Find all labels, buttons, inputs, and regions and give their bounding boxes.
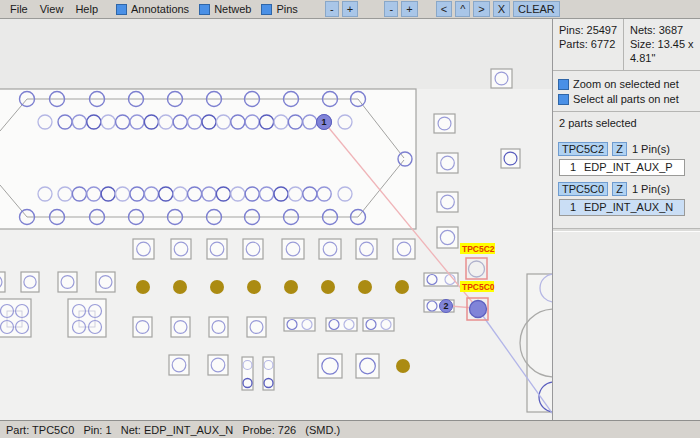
step-in-button[interactable]: + [401,1,417,17]
part-label-TPC5C0: TPC5C0 [460,281,495,292]
side-panel: Pins: 25497 Parts: 6772 Nets: 3687 Size:… [553,19,700,420]
main-area: 12TPC5C2TPC5C0 Pins: 25497 Parts: 6772 N… [0,19,700,420]
toggle-netweb[interactable]: Netweb [199,3,251,15]
menubar: File View Help Annotations Netweb Pins -… [0,0,700,19]
select-all-parts-option[interactable]: Select all parts on net [558,93,696,105]
netweb-checkbox-icon[interactable] [199,4,210,15]
annotations-checkbox-icon[interactable] [116,4,127,15]
part-zoom-button[interactable]: Z [612,142,627,156]
close-x-button[interactable]: X [493,1,510,17]
svg-text:TPC5C2: TPC5C2 [462,244,495,254]
stat-parts: Parts: 6772 [559,37,618,51]
pan-left-button[interactable]: < [436,1,452,17]
board-svg: 12TPC5C2TPC5C0 [0,19,553,420]
pin-listbox: 1 EDP_INT_AUX_N [559,199,685,216]
part-group-tpc5c2: TPC5C2 Z 1 Pin(s) 1 EDP_INT_AUX_P [558,142,695,176]
pin-list-item-selected[interactable]: 1 EDP_INT_AUX_N [560,200,684,215]
toggle-pins-label: Pins [276,3,297,15]
menu-help[interactable]: Help [69,2,104,16]
status-bar: Part: TPC5C0 Pin: 1 Net: EDP_INT_AUX_N P… [0,420,700,438]
part-name-button[interactable]: TPC5C2 [558,142,608,156]
toggle-pins[interactable]: Pins [261,3,297,15]
part-pin-count: 1 Pin(s) [632,183,670,195]
selection-summary: 2 parts selected [553,112,700,136]
svg-text:2: 2 [443,301,448,311]
pin-list-item[interactable]: 1 EDP_INT_AUX_P [560,160,684,175]
clear-button[interactable]: CLEAR [513,1,560,17]
board-canvas[interactable]: 12TPC5C2TPC5C0 [0,19,553,420]
stat-pins: Pins: 25497 [559,23,618,37]
select-all-parts-label: Select all parts on net [573,93,679,105]
net-options: Zoom on selected net Select all parts on… [553,71,700,112]
board-top-strip [0,19,553,89]
big-connector-part[interactable] [0,89,416,229]
panel-divider [553,228,700,232]
zoom-in-button[interactable]: + [342,1,358,17]
part-zoom-button[interactable]: Z [612,182,627,196]
toggle-annotations-label: Annotations [131,3,189,15]
pan-up-button[interactable]: ^ [455,1,470,17]
pin-badge-2[interactable]: 2 [440,300,453,313]
menu-file[interactable]: File [4,2,34,16]
stat-nets: Nets: 3687 [630,23,695,37]
two-pin-parts[interactable] [242,273,458,390]
pin-net-name: EDP_INT_AUX_N [584,201,673,213]
status-text: Part: TPC5C0 Pin: 1 Net: EDP_INT_AUX_N P… [6,424,340,436]
board-stats: Pins: 25497 Parts: 6772 Nets: 3687 Size:… [553,19,700,71]
toggle-annotations[interactable]: Annotations [116,3,189,15]
quad-pin-parts[interactable] [0,299,106,337]
pin-number: 1 [564,201,576,213]
pin-listbox: 1 EDP_INT_AUX_P [559,159,685,176]
menu-view[interactable]: View [34,2,70,16]
part-name-button[interactable]: TPC5C0 [558,182,608,196]
toolbar-buttons: - + - + < ^ > X CLEAR [322,1,560,17]
svg-text:TPC5C0: TPC5C0 [462,282,495,292]
svg-text:1: 1 [321,117,326,127]
select-all-parts-checkbox-icon[interactable] [558,94,569,105]
toolbar-toggles: Annotations Netweb Pins [116,3,308,15]
toggle-netweb-label: Netweb [214,3,251,15]
pins-checkbox-icon[interactable] [261,4,272,15]
pin-number: 1 [564,161,576,173]
step-out-button[interactable]: - [384,1,398,17]
zoom-out-button[interactable]: - [325,1,339,17]
pan-right-button[interactable]: > [473,1,489,17]
zoom-on-net-checkbox-icon[interactable] [558,79,569,90]
zoom-on-net-option[interactable]: Zoom on selected net [558,78,696,90]
pin-net-name: EDP_INT_AUX_P [584,161,673,173]
part-pin-count: 1 Pin(s) [632,143,670,155]
pcb-viewer-app: File View Help Annotations Netweb Pins -… [0,0,700,438]
stat-size: Size: 13.45 x 4.81" [630,37,695,65]
pin-badge-1[interactable]: 1 [317,115,332,130]
zoom-on-net-label: Zoom on selected net [573,78,679,90]
part-label-TPC5C2: TPC5C2 [460,243,495,254]
part-group-tpc5c0: TPC5C0 Z 1 Pin(s) 1 EDP_INT_AUX_N [558,182,695,216]
